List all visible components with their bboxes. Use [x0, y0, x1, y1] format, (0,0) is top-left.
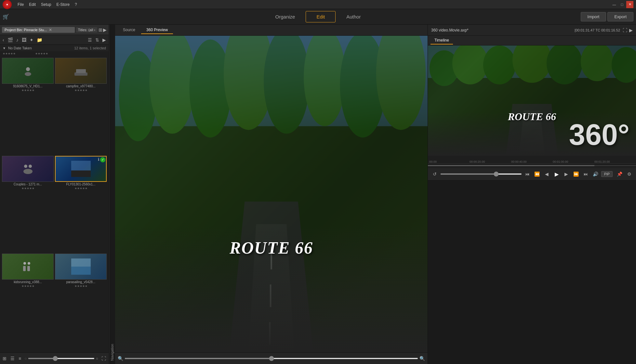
- media-stars-5: ★★★★★: [2, 284, 54, 288]
- right-timeline-ruler: :00.00 00:00:20.00 00:00:40.00 00:01:00.…: [428, 156, 636, 164]
- svg-point-6: [23, 169, 33, 174]
- tab-timeline[interactable]: Timeline: [431, 37, 453, 44]
- rewind-icon[interactable]: ↺: [431, 170, 439, 178]
- skip-back-icon[interactable]: ⏮: [523, 170, 532, 178]
- tab-edit[interactable]: Edit: [306, 11, 336, 22]
- media-item-5[interactable]: kidsrunning_v388... ★★★★★: [2, 254, 54, 350]
- media-item-4[interactable]: ✓ ℹ FLY01301-2560x1... ★★★★★: [55, 156, 107, 253]
- svg-rect-3: [76, 69, 86, 73]
- zoom-slider[interactable]: [125, 358, 418, 359]
- project-bin-label[interactable]: Project Bin: Pinnacle Stu... ✕: [2, 27, 75, 33]
- image-icon[interactable]: 🖼: [21, 37, 27, 43]
- selected-check-icon: ✓: [100, 157, 105, 162]
- import-button[interactable]: Import: [581, 12, 606, 21]
- export-button[interactable]: Export: [607, 12, 633, 21]
- top-nav-left: 🛒: [0, 14, 9, 20]
- ruler-mark-3: 00:01:00.00: [553, 160, 568, 163]
- step-forward-icon[interactable]: ▶: [562, 170, 571, 178]
- tab-author[interactable]: Author: [336, 11, 371, 22]
- route66-text-right: Route 66: [508, 111, 556, 123]
- stars-1: ★★★★★: [3, 52, 16, 55]
- fullscreen-right-icon[interactable]: ⛶: [623, 28, 627, 33]
- panel-layout-icon[interactable]: ⊞: [99, 27, 102, 32]
- back-icon[interactable]: ‹: [2, 37, 5, 43]
- menu-help[interactable]: ?: [72, 2, 80, 7]
- step-back-icon[interactable]: ◀: [543, 170, 551, 178]
- tab-organize[interactable]: Organize: [265, 11, 306, 22]
- close-button[interactable]: ✕: [626, 1, 633, 8]
- media-item-1[interactable]: 91608675_V_HD1... ★★★★★: [2, 58, 54, 155]
- svg-point-4: [24, 165, 27, 168]
- media-item-6[interactable]: parasailing_v5428... ★★★★★: [55, 254, 107, 350]
- media-item-3[interactable]: Couples - 1271 m... ★★★★★: [2, 156, 54, 253]
- svg-rect-11: [23, 266, 26, 271]
- preview-controls: 🔍 🔍: [115, 352, 428, 364]
- media-count: 12 items, 1 selected: [74, 46, 106, 50]
- list-view-icon[interactable]: ☰: [10, 355, 15, 362]
- size-max-icon: ○: [96, 356, 98, 361]
- skip-forward-icon[interactable]: ⏭: [582, 170, 590, 178]
- forward-icon[interactable]: 🎬: [7, 37, 14, 43]
- cart-icon[interactable]: 🛒: [3, 14, 9, 19]
- expand-right-icon[interactable]: ▶: [629, 28, 633, 33]
- media-stars-2: ★★★★★: [55, 89, 107, 92]
- size-slider[interactable]: [28, 358, 94, 359]
- svg-rect-13: [71, 267, 91, 275]
- pip-button[interactable]: PiP: [601, 171, 613, 177]
- music-icon[interactable]: ♪: [16, 37, 19, 43]
- settings-icon[interactable]: ⚙: [625, 170, 633, 178]
- navigation-label: Navigation: [110, 344, 114, 361]
- svg-point-10: [28, 262, 30, 265]
- menu-setup[interactable]: Setup: [38, 2, 54, 7]
- mute-icon[interactable]: 🔊: [591, 170, 600, 178]
- more-icon[interactable]: ▶: [102, 37, 107, 43]
- prev-frame-icon[interactable]: ⏪: [533, 170, 541, 178]
- right-panel: 360 video.Movie.axp* [00:01:31.47 TC 00:…: [428, 25, 636, 364]
- fullscreen-icon[interactable]: ⛶: [101, 355, 107, 362]
- menu-edit[interactable]: Edit: [26, 2, 38, 7]
- navigation-side[interactable]: Navigation: [109, 25, 115, 364]
- maximize-button[interactable]: □: [618, 1, 626, 8]
- size-slider-container: ○ ○: [24, 356, 98, 361]
- menu-bar: ● File Edit Setup E-Store ? — □ ✕: [0, 0, 636, 9]
- pin-icon[interactable]: 📌: [615, 170, 624, 178]
- minimize-button[interactable]: —: [611, 1, 618, 8]
- titles-badge[interactable]: Titles: (all ›: [76, 27, 97, 32]
- right-title: 360 video.Movie.axp*: [431, 28, 572, 32]
- menu-file[interactable]: File: [15, 2, 26, 7]
- effects-icon[interactable]: ✦: [29, 37, 34, 43]
- project-bin-close[interactable]: ✕: [48, 28, 53, 32]
- svg-rect-14: [71, 258, 91, 267]
- scrubber-bar: [428, 165, 636, 166]
- ruler-mark-0: :00.00: [429, 160, 437, 163]
- menu-estore[interactable]: E-Store: [54, 2, 72, 7]
- volume-slider[interactable]: [440, 173, 522, 175]
- timeline-scrubber[interactable]: [428, 164, 636, 168]
- svg-point-5: [29, 165, 32, 168]
- folder-icon[interactable]: 📁: [36, 37, 43, 43]
- next-frame-icon[interactable]: ⏩: [572, 170, 580, 178]
- sort-icon[interactable]: ⇅: [95, 37, 100, 43]
- svg-point-9: [23, 262, 26, 265]
- titles-label: Titles: (all: [78, 28, 93, 32]
- media-stars-3: ★★★★★: [2, 187, 54, 190]
- size-min-icon: ○: [24, 356, 27, 361]
- project-bin-header: Project Bin: Pinnacle Stu... ✕ Titles: (…: [0, 25, 109, 35]
- play-button[interactable]: ▶: [552, 170, 561, 178]
- tab-source[interactable]: Source: [118, 26, 140, 34]
- left-bottom-toolbar: ⊞ ☰ ≡ ○ ○ ⛶: [0, 352, 109, 364]
- media-item-2[interactable]: campfire_v977480... ★★★★★: [55, 58, 107, 155]
- grid-view-icon[interactable]: ⊞: [2, 355, 7, 362]
- more-view-icon[interactable]: ≡: [18, 355, 22, 362]
- media-thumb-6: [55, 254, 107, 280]
- list-icon[interactable]: ☰: [87, 37, 93, 43]
- zoom-in-icon[interactable]: 🔍: [419, 356, 425, 361]
- svg-rect-8: [71, 161, 91, 170]
- tab-360-preview[interactable]: 360 Preview: [141, 26, 173, 34]
- window-controls: — □ ✕: [611, 1, 633, 8]
- zoom-out-icon[interactable]: 🔍: [118, 356, 123, 361]
- panel-expand-icon[interactable]: ▶: [103, 27, 107, 32]
- badge-360: 360°: [569, 120, 629, 149]
- right-header: 360 video.Movie.axp* [00:01:31.47 TC 00:…: [428, 25, 636, 36]
- svg-point-0: [26, 67, 30, 71]
